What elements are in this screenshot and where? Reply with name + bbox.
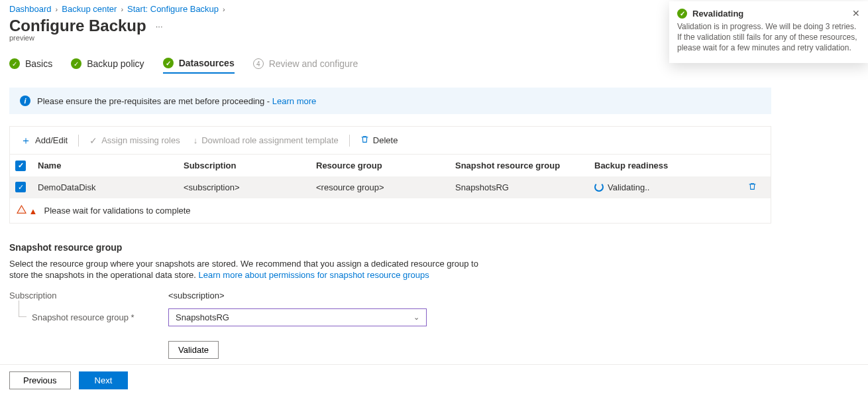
step-label: Datasources [179, 58, 235, 68]
snapshot-learn-more-link[interactable]: Learn more about permissions for snapsho… [198, 270, 429, 280]
assign-roles-button[interactable]: ✓ Assign missing roles [84, 133, 186, 149]
table-header-row: ✓ Name Subscription Resource group Snaps… [10, 155, 771, 176]
warning-text: Please wait for validations to complete [44, 206, 190, 216]
check-icon: ✓ [9, 58, 20, 69]
close-icon[interactable]: ✕ [852, 8, 860, 19]
plus-icon: ＋ [21, 135, 31, 146]
breadcrumb-link[interactable]: Start: Configure Backup [127, 4, 219, 14]
wizard-footer: Previous Next [0, 364, 868, 396]
step-label: Review and configure [269, 58, 358, 69]
col-resource-group: Resource group [316, 161, 455, 170]
col-name: Name [38, 161, 184, 170]
row-delete-button[interactable] [739, 182, 765, 193]
select-all-checkbox[interactable]: ✓ [15, 161, 26, 171]
download-template-button[interactable]: ↓ Download role assignment template [188, 133, 344, 148]
toolbar-label: Assign missing roles [101, 135, 180, 145]
learn-more-link[interactable]: Learn more [272, 96, 316, 106]
check-icon: ✓ [677, 9, 687, 19]
snapshot-rg-select[interactable]: SnapshotsRG ⌄ [168, 308, 427, 326]
check-icon: ✓ [89, 135, 97, 146]
chevron-right-icon: › [121, 5, 123, 13]
toolbar-label: Delete [373, 135, 398, 145]
info-icon: i [20, 96, 30, 106]
breadcrumb-link[interactable]: Dashboard [9, 4, 52, 14]
notification-toast: ✓ Revalidating ✕ Validation is in progre… [669, 1, 868, 63]
more-icon[interactable]: ··· [156, 21, 163, 31]
delete-button[interactable]: Delete [355, 132, 404, 149]
step-review: 4 Review and configure [253, 58, 358, 73]
info-text: Please ensure the pre-requisites are met… [37, 96, 272, 106]
next-button[interactable]: Next [79, 371, 129, 389]
info-banner: i Please ensure the pre-requisites are m… [9, 88, 771, 114]
row-checkbox[interactable]: ✓ [15, 182, 26, 192]
subscription-value: <subscription> [168, 291, 225, 300]
page-title: Configure Backup [9, 17, 146, 35]
col-backup-readiness: Backup readiness [594, 161, 739, 170]
step-number-icon: 4 [253, 58, 264, 69]
warning-icon: ▲ [17, 205, 37, 216]
toast-title: Revalidating [692, 9, 743, 19]
readiness-text: Validating.. [608, 182, 649, 192]
check-icon: ✓ [71, 58, 81, 69]
separator [78, 135, 79, 147]
toolbar-label: Add/Edit [35, 135, 68, 145]
col-subscription: Subscription [184, 161, 316, 170]
snapshot-heading: Snapshot resource group [9, 242, 859, 253]
table-toolbar: ＋ Add/Edit ✓ Assign missing roles ↓ Down… [10, 127, 771, 155]
step-label: Backup policy [87, 58, 144, 69]
trash-icon [360, 135, 369, 146]
breadcrumb-link[interactable]: Backup center [62, 4, 117, 14]
chevron-down-icon: ⌄ [413, 313, 419, 322]
datasources-table: ＋ Add/Edit ✓ Assign missing roles ↓ Down… [9, 126, 771, 224]
spinner-icon [594, 182, 604, 192]
check-icon: ✓ [163, 58, 174, 68]
table-row[interactable]: ✓ DemoDataDisk <subscription> <resource … [10, 176, 771, 198]
previous-button[interactable]: Previous [9, 371, 71, 389]
validate-button[interactable]: Validate [168, 341, 219, 359]
select-value: SnapshotsRG [176, 312, 229, 322]
download-icon: ↓ [193, 135, 198, 145]
snapshot-description: Select the resource group where your sna… [9, 258, 500, 281]
separator [349, 135, 350, 147]
cell-subscription: <subscription> [184, 182, 316, 192]
add-edit-button[interactable]: ＋ Add/Edit [15, 133, 73, 149]
chevron-right-icon: › [223, 5, 225, 13]
step-backup-policy[interactable]: ✓ Backup policy [71, 58, 144, 73]
step-basics[interactable]: ✓ Basics [9, 58, 52, 73]
step-label: Basics [25, 58, 52, 69]
cell-snapshot-rg: SnapshotsRG [455, 182, 594, 192]
cell-name: DemoDataDisk [38, 182, 184, 192]
toolbar-label: Download role assignment template [201, 135, 339, 145]
validation-warning: ▲ Please wait for validations to complet… [10, 198, 771, 223]
subscription-label: Subscription [9, 291, 168, 300]
cell-resource-group: <resource group> [316, 182, 455, 192]
step-datasources[interactable]: ✓ Datasources [163, 58, 235, 74]
col-snapshot-rg: Snapshot resource group [455, 161, 594, 170]
cell-backup-readiness: Validating.. [594, 182, 739, 192]
chevron-right-icon: › [56, 5, 58, 13]
toast-body: Validation is in progress. We will be do… [677, 21, 860, 54]
snapshot-rg-label: Snapshot resource group * [9, 312, 168, 322]
